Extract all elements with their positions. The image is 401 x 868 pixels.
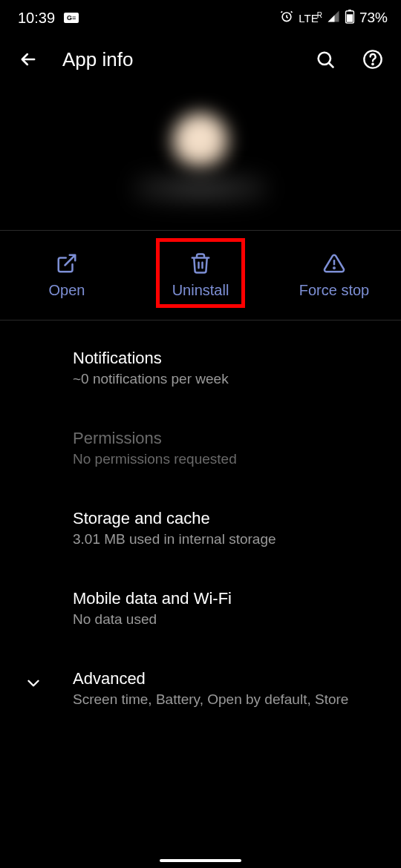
mobile-data-setting[interactable]: Mobile data and Wi-Fi No data used xyxy=(0,577,401,640)
network-lte: LTER xyxy=(299,11,322,24)
setting-title: Mobile data and Wi-Fi xyxy=(73,589,383,608)
setting-sub: No data used xyxy=(73,611,383,628)
trash-icon xyxy=(189,252,212,274)
svg-rect-3 xyxy=(347,14,353,22)
home-pill[interactable] xyxy=(160,859,241,862)
help-button[interactable] xyxy=(359,46,386,73)
svg-rect-2 xyxy=(348,9,351,10)
warning-icon xyxy=(323,252,345,274)
battery-percent: 73% xyxy=(359,10,388,26)
storage-setting[interactable]: Storage and cache 3.01 MB used in intern… xyxy=(0,497,401,559)
setting-title: Permissions xyxy=(73,429,383,448)
open-label: Open xyxy=(49,282,85,299)
app-name-blurred xyxy=(134,174,267,203)
open-icon xyxy=(56,252,78,274)
setting-title: Advanced xyxy=(73,669,383,688)
advanced-setting[interactable]: Advanced Screen time, Battery, Open by d… xyxy=(0,657,401,720)
svg-point-4 xyxy=(319,53,330,65)
setting-sub: ~0 notifications per week xyxy=(73,371,383,387)
status-right: LTER 73% xyxy=(279,9,388,27)
action-row: Open Uninstall Force stop xyxy=(0,231,401,320)
uninstall-label: Uninstall xyxy=(172,282,229,299)
open-button[interactable]: Open xyxy=(0,231,134,320)
setting-title: Storage and cache xyxy=(73,509,383,528)
signal-icon xyxy=(327,10,340,27)
settings-list: Notifications ~0 notifications per week … xyxy=(0,320,401,720)
page-title: App info xyxy=(62,48,291,71)
notifications-setting[interactable]: Notifications ~0 notifications per week xyxy=(0,337,401,399)
status-bar: 10:39 G≡ LTER 73% xyxy=(0,0,401,33)
chevron-down-icon xyxy=(24,674,43,693)
status-time: 10:39 xyxy=(18,10,55,27)
force-stop-label: Force stop xyxy=(299,282,369,299)
uninstall-button[interactable]: Uninstall xyxy=(134,231,267,320)
news-icon: G≡ xyxy=(64,13,79,23)
force-stop-button[interactable]: Force stop xyxy=(267,231,401,320)
app-bar: App info xyxy=(0,33,401,86)
setting-title: Notifications xyxy=(73,349,383,368)
search-button[interactable] xyxy=(312,46,339,73)
setting-sub: No permissions requested xyxy=(73,451,383,467)
back-button[interactable] xyxy=(15,46,42,73)
setting-sub: 3.01 MB used in internal storage xyxy=(73,531,383,548)
battery-icon xyxy=(345,9,355,27)
svg-point-7 xyxy=(333,267,335,269)
setting-sub: Screen time, Battery, Open by default, S… xyxy=(73,691,383,708)
svg-point-6 xyxy=(372,64,373,65)
app-summary xyxy=(0,86,401,230)
app-icon xyxy=(134,107,267,203)
alarm-icon xyxy=(279,9,294,27)
status-left: 10:39 G≡ xyxy=(18,10,79,27)
permissions-setting: Permissions No permissions requested xyxy=(0,417,401,479)
nav-bar xyxy=(0,859,401,862)
